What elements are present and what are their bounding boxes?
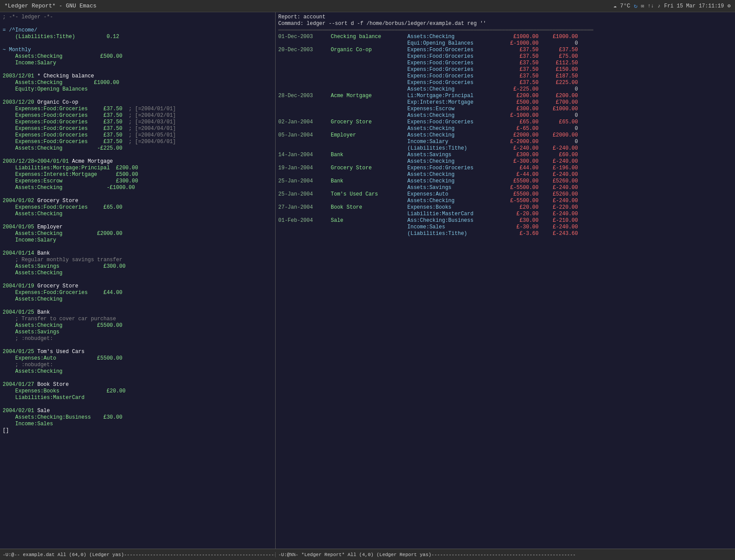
left-pane-line-groc2: Expenses:Food:Groceries £37.50 ; [=2004/… [3,112,273,119]
left-pane-line-checkbal: 2003/12/01 * Checking balance [3,73,273,80]
left-pane-line-comment2: ; Transfer to cover car purchase [3,316,273,322]
left-pane-line-blank-9 [3,276,273,283]
report-row-15: Assets:Checking £-65.00 0 [278,126,732,132]
report-row-6: Expens:Food:Groceries £37.50 £150.00 [278,66,732,73]
left-pane-line-blank-1 [3,21,273,27]
left-pane-line-checking2: Assets:Checking £1000.00 [3,80,273,86]
report-row-11: Exp:Interest:Mortgage £500.00 £700.00 [278,99,732,106]
left-pane-line-escrow: Expenses:Escrow £300.00 [3,178,273,185]
left-pane-line-cars: 2004/01/25 Tom's Used Cars [3,349,273,355]
network-icon[interactable]: ↑↓ [648,3,654,9]
report-row-22: Assets:Checking £-44.00 £-240.00 [278,172,732,178]
report-row-1: 01-Dec-2003 Checking balance Assets:Chec… [278,34,732,40]
report-row-26: Assets:Checking £-5500.00 £-240.00 [278,198,732,204]
report-row-2: Equi:Opening Balances £-1000.00 0 [278,40,732,47]
left-pane-line-coop: 2003/12/20 Organic Co-op [3,99,273,106]
left-pane-line-interest: Expenses:Interest:Mortgage £500.00 [3,172,273,178]
left-pane-line-groc7: Expenses:Food:Groceries £65.00 [3,204,273,211]
report-row-13: Assets:Checking £-1000.00 0 [278,112,732,119]
report-row-7: Expens:Food:Groceries £37.50 £187.50 [278,73,732,80]
report-row-28: Liabilitie:MasterCard £-20.00 £-240.00 [278,211,732,217]
report-row-5: Expens:Food:Groceries £37.50 £112.50 [278,60,732,66]
report-row-8: Expens:Food:Groceries £37.50 £225.00 [278,80,732,86]
report-row-3: 20-Dec-2003 Organic Co-op Expens:Food:Gr… [278,47,732,53]
refresh-icon[interactable]: ↻ [634,2,637,10]
left-pane-line-monthly: ~ Monthly [3,47,273,53]
left-pane-line-comment1: ; Regular monthly savings transfer [3,257,273,263]
left-pane-line-checking7: Assets:Checking [3,270,273,276]
report-row-18: (Liabilities:Tithe) £-240.00 £-240.00 [278,145,732,152]
settings-icon[interactable]: ⚙ [728,3,731,9]
left-pane-line-blank-11 [3,342,273,349]
report-separator: ════════════════════════════════════════… [278,27,732,34]
report-row-23: 25-Jan-2004 Bank Assets:Checking £5500.0… [278,178,732,185]
left-pane-line-books: Expenses:Books £20.00 [3,388,273,395]
left-pane-line-bank2: 2004/01/25 Bank [3,309,273,316]
report-row-9: Assets:Checking £-225.00 0 [278,86,732,93]
left-pane-line-blank-3 [3,66,273,73]
report-row-25: 25-Jan-2004 Tom's Used Cars Expenses:Aut… [278,191,732,198]
left-pane-line-checking4: Assets:Checking -£1000.00 [3,185,273,191]
report-row-27: 27-Jan-2004 Book Store Expenses:Books £2… [278,204,732,211]
left-pane-line-cursor: [] [3,427,273,434]
left-pane-line-sales: Income:Sales [3,421,273,427]
left-pane-line-mortgage: 2003/12/28=2004/01/01 Acme Mortgage [3,158,273,165]
report-row-16: 05-Jan-2004 Employer Assets:Checking £20… [278,132,732,139]
left-pane-line-employer: 2004/01/05 Employer [3,224,273,231]
left-pane-line-grocery2: 2004/01/19 Grocery Store [3,283,273,290]
left-pane-line-equity: Equity:Opening Balances [3,86,273,93]
statusbar: -U:@-- example.dat All (64,0) (Ledger ya… [0,549,735,560]
left-pane-line-bookstore: 2004/01/27 Book Store [3,382,273,388]
left-pane-line-blank-6 [3,191,273,198]
left-pane-line-bank1: 2004/01/14 Bank [3,250,273,257]
right-pane[interactable]: Report: account Command: ledger --sort d… [276,12,735,549]
left-pane-line-checking10: Assets:Checking [3,368,273,375]
volume-icon[interactable]: ♪ [658,3,661,9]
left-pane-line-mastercard: Liabilities:MasterCard [3,395,273,401]
left-pane-line-income: = /^Income/ [3,27,273,34]
left-pane-line-blank-13 [3,401,273,408]
weather-temp: 7°C [620,3,630,9]
report-row-24: Assets:Savings £-5500.00 £-240.00 [278,185,732,191]
report-row-17: Income:Salary £-2000.00 0 [278,139,732,145]
left-pane-line-sale: 2004/02/01 Sale [3,408,273,414]
report-header-command: Command: ledger --sort d -f /home/borbus… [278,21,732,27]
report-row-31: (Liabilities:Tithe) £-3.60 £-243.60 [278,231,732,237]
titlebar-right: ☁ 7°C ↻ ✉ ↑↓ ♪ Fri 15 Mar 17:11:19 ⚙ [613,2,731,10]
report-row-30: Income:Sales £-30.00 £-240.00 [278,224,732,231]
left-pane-line-groc3: Expenses:Food:Groceries £37.50 ; [=2004/… [3,119,273,126]
left-pane-line-tithe: (Liabilities:Tithe) 0.12 [3,34,273,40]
left-pane-line-1: ; -*- ledger -*- [3,14,273,21]
report-row-10: 28-Dec-2003 Acme Mortgage Li:Mortgage:Pr… [278,93,732,99]
report-row-14: 02-Jan-2004 Grocery Store Expens:Food:Gr… [278,119,732,126]
left-pane-line-business: Assets:Checking:Business £30.00 [3,414,273,421]
report-row-21: 19-Jan-2004 Grocery Store Expens:Food:Gr… [278,165,732,172]
left-pane-line-checking5: Assets:Checking [3,211,273,217]
left-pane-line-groc8: Expenses:Food:Groceries £44.00 [3,290,273,296]
clock: Fri 15 Mar 17:11:19 [664,3,724,9]
left-pane-line-groc1: Expenses:Food:Groceries £37.50 ; [=2004/… [3,106,273,112]
left-pane-line-checking8: Assets:Checking [3,296,273,303]
email-icon[interactable]: ✉ [641,3,644,9]
left-pane-line-auto: Expenses:Auto £5500.00 [3,355,273,362]
titlebar: *Ledger Report* - GNU Emacs ☁ 7°C ↻ ✉ ↑↓… [0,0,735,12]
titlebar-title: *Ledger Report* - GNU Emacs [4,3,97,9]
left-pane-line-salary-1: Income:Salary [3,60,273,66]
left-pane-line-savings2: Assets:Savings [3,329,273,336]
statusbar-right: -U:@%%- *Ledger Report* All (4,0) (Ledge… [276,552,735,557]
left-pane-line-grocery1: 2004/01/02 Grocery Store [3,198,273,204]
left-pane[interactable]: ; -*- ledger -*- = /^Income/ (Liabilitie… [0,12,276,549]
left-pane-line-checking6: Assets:Checking £2000.00 [3,231,273,237]
statusbar-left: -U:@-- example.dat All (64,0) (Ledger ya… [0,552,276,557]
left-pane-line-blank-7 [3,217,273,224]
report-row-29: 01-Feb-2004 Sale Ass:Checking:Business £… [278,217,732,224]
left-pane-line-blank-4 [3,93,273,99]
left-pane-line-blank-10 [3,303,273,309]
weather-icon: ☁ [613,3,616,9]
report-row-4: Expens:Food:Groceries £37.50 £75.00 [278,53,732,60]
left-pane-line-groc6: Expenses:Food:Groceries £37.50 ; [=2004/… [3,139,273,145]
report-row-19: 14-Jan-2004 Bank Assets:Savings £300.00 … [278,152,732,158]
left-pane-line-blank-8 [3,244,273,250]
left-pane-line-blank-2 [3,40,273,47]
report-row-20: Assets:Checking £-300.00 £-240.00 [278,158,732,165]
